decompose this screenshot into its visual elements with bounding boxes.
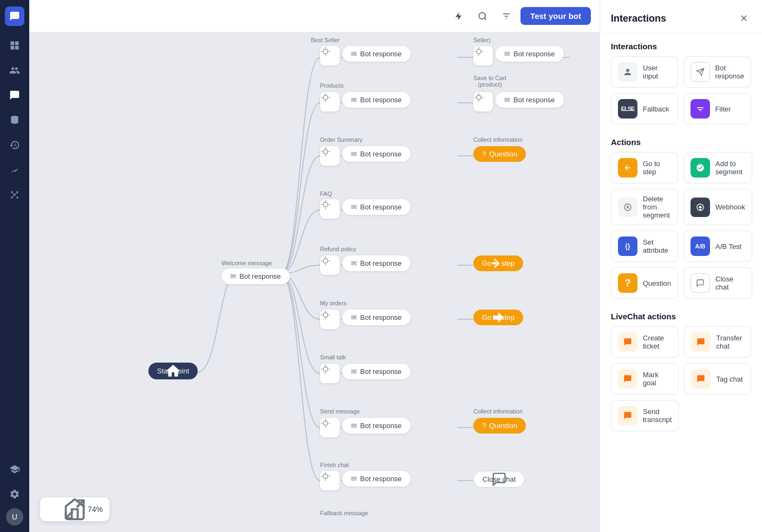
- delete-from-segment-label: Delete from segment: [643, 195, 671, 219]
- send-message-step-node[interactable]: [320, 418, 340, 437]
- fallback-item[interactable]: ELSE Fallback: [611, 93, 678, 124]
- svg-point-13: [323, 49, 328, 54]
- create-ticket-label: Create ticket: [643, 334, 672, 350]
- filter-item[interactable]: Filter: [683, 93, 751, 124]
- add-to-segment-item[interactable]: Add to segment: [683, 152, 752, 183]
- sidebar-item-database[interactable]: [4, 109, 25, 131]
- save-to-cart-label: Save to Cart(product): [473, 75, 506, 88]
- faq-step-node[interactable]: [320, 199, 340, 219]
- my-orders-resp-node[interactable]: ✉ Bot response: [342, 310, 411, 325]
- refund-step-node[interactable]: [320, 255, 340, 275]
- question-icon: ?: [618, 273, 637, 293]
- finish-chat-step-node[interactable]: [320, 471, 340, 490]
- bottom-toolbar: 74%: [40, 497, 109, 521]
- small-talk-label: Small talk: [320, 354, 346, 360]
- products-resp2-node[interactable]: ✉ Bot response: [496, 92, 564, 108]
- best-seller-resp-node[interactable]: ✉ Bot response: [342, 46, 411, 62]
- webhook-item[interactable]: Webhook: [683, 189, 752, 225]
- actions-grid: Go to step Add to segment Delete from se…: [600, 152, 762, 303]
- sidebar-item-settings[interactable]: [4, 483, 25, 505]
- user-input-item[interactable]: User input: [611, 56, 678, 88]
- welcome-response-node[interactable]: ✉ Bot response: [222, 268, 290, 284]
- lightning-icon-button[interactable]: [449, 6, 468, 26]
- sidebar-item-learn[interactable]: [4, 458, 25, 480]
- expand-button[interactable]: [67, 502, 82, 517]
- my-orders-step-node[interactable]: [320, 310, 340, 329]
- send-message-question-node[interactable]: ? Question: [473, 418, 526, 434]
- main-area: Test your bot: [29, 0, 600, 532]
- bot-response-label: Bot response: [715, 64, 744, 80]
- transfer-chat-label: Transfer chat: [716, 334, 744, 350]
- sidebar-item-dashboard[interactable]: [4, 35, 25, 56]
- finish-chat-resp-node[interactable]: ✉ Bot response: [342, 471, 411, 487]
- filter-label: Filter: [715, 105, 731, 113]
- panel-header: Interactions ✕: [600, 0, 762, 33]
- ab-test-item[interactable]: A/B A/B Test: [683, 231, 752, 262]
- filter-button[interactable]: [497, 6, 516, 26]
- sidebar-item-users[interactable]: [4, 60, 25, 81]
- order-question-node[interactable]: ? Question: [473, 146, 526, 162]
- sidebar-item-integrations[interactable]: [4, 184, 25, 206]
- canvas[interactable]: Start point Welcome message ✉ Bot respon…: [29, 32, 600, 532]
- my-orders-goto-node[interactable]: Go to step: [473, 310, 523, 325]
- sidebar: U: [0, 0, 29, 532]
- send-transcript-icon: [618, 406, 637, 425]
- svg-point-4: [11, 196, 12, 198]
- refund-resp-node[interactable]: ✉ Bot response: [342, 255, 411, 271]
- faq-resp-node[interactable]: ✉ Bot response: [342, 199, 411, 215]
- add-to-segment-icon: [691, 158, 710, 178]
- svg-point-15: [323, 95, 328, 100]
- best-seller-resp2-node[interactable]: ✉ Bot response: [496, 46, 564, 62]
- close-panel-button[interactable]: ✕: [736, 11, 751, 26]
- bot-response-item[interactable]: Bot response: [683, 56, 751, 88]
- question-label: Question: [643, 279, 671, 287]
- question-item[interactable]: ? Question: [611, 267, 678, 299]
- send-message-resp-node[interactable]: ✉ Bot response: [342, 418, 411, 434]
- svg-line-24: [77, 501, 84, 508]
- best-seller-step2-node[interactable]: [473, 46, 493, 65]
- webhook-label: Webhook: [715, 203, 745, 211]
- create-ticket-item[interactable]: Create ticket: [611, 326, 679, 358]
- delete-from-segment-item[interactable]: Delete from segment: [611, 189, 678, 225]
- logo[interactable]: [5, 6, 24, 26]
- svg-point-18: [323, 202, 328, 207]
- start-point-node[interactable]: Start point: [148, 363, 198, 379]
- sidebar-item-analytics[interactable]: [4, 159, 25, 181]
- products-label: Products: [320, 82, 343, 89]
- transfer-chat-item[interactable]: Transfer chat: [684, 326, 751, 358]
- products-resp-node[interactable]: ✉ Bot response: [342, 92, 411, 108]
- actions-section-title: Actions: [600, 129, 762, 152]
- collect-info-label2: Collect information: [473, 408, 523, 415]
- svg-point-19: [323, 259, 328, 263]
- svg-point-16: [477, 95, 481, 100]
- order-resp-node[interactable]: ✉ Bot response: [342, 146, 411, 162]
- order-step-node[interactable]: [320, 146, 340, 166]
- products-step2-node[interactable]: [473, 92, 493, 111]
- avatar[interactable]: U: [6, 508, 23, 526]
- seller-label: Seller): [473, 37, 491, 43]
- search-button[interactable]: [473, 6, 492, 26]
- set-attribute-icon: {}: [618, 237, 637, 256]
- delete-from-segment-icon: [618, 198, 637, 217]
- tag-chat-item[interactable]: Tag chat: [684, 363, 751, 395]
- sidebar-item-history[interactable]: [4, 134, 25, 156]
- home-button[interactable]: [47, 502, 62, 517]
- finish-chat-label: Finish chat: [320, 462, 349, 468]
- small-talk-resp-node[interactable]: ✉ Bot response: [342, 364, 411, 379]
- small-talk-step-node[interactable]: [320, 364, 340, 383]
- go-to-step-item[interactable]: Go to step: [611, 152, 678, 183]
- close-chat-item[interactable]: Close chat: [683, 267, 752, 299]
- refund-label: Refund policy: [320, 246, 356, 252]
- refund-goto-node[interactable]: Go to step: [473, 255, 523, 271]
- interactions-panel: Interactions ✕ Interactions User input B…: [600, 0, 762, 532]
- mark-goal-item[interactable]: Mark goal: [611, 363, 679, 395]
- svg-point-17: [323, 149, 328, 154]
- finish-close-chat-node[interactable]: Close chat: [473, 471, 525, 488]
- best-seller-step-node[interactable]: [320, 46, 340, 65]
- set-attribute-item[interactable]: {} Set attribute: [611, 231, 678, 262]
- sidebar-item-chat[interactable]: [4, 84, 25, 106]
- send-transcript-item[interactable]: Send transcript: [611, 400, 679, 431]
- products-step-node[interactable]: [320, 92, 340, 111]
- svg-point-20: [323, 313, 328, 317]
- test-bot-button[interactable]: Test your bot: [520, 7, 591, 25]
